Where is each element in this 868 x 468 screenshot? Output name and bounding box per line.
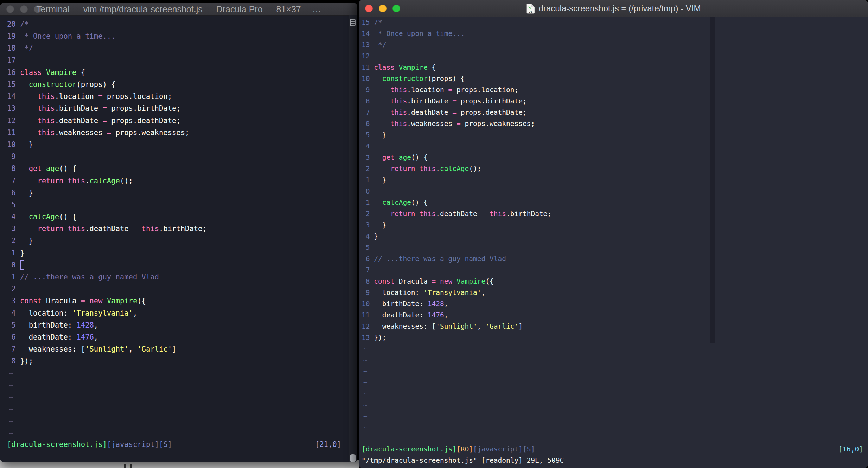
code-line[interactable]: 7: [362, 264, 868, 276]
code-line[interactable]: 14 this.location = props.location;: [7, 90, 348, 102]
line-number: 13: [362, 334, 370, 342]
js-file-icon: JS: [526, 3, 535, 14]
zoom-button[interactable]: [392, 5, 400, 12]
code-line[interactable]: 6 }: [7, 187, 348, 199]
code-line[interactable]: 4: [362, 140, 868, 152]
line-number: 4: [362, 142, 370, 150]
code-line[interactable]: 6 deathDate: 1476,: [7, 331, 348, 343]
macvim-titlebar[interactable]: JS dracula-screenshot.js = (/private/tmp…: [359, 0, 868, 17]
code-line[interactable]: 4 calcAge() {: [7, 211, 348, 223]
code-line[interactable]: 13 */: [362, 39, 868, 50]
empty-line-tilde: ~: [362, 388, 868, 399]
minimize-button[interactable]: [379, 5, 387, 12]
code-line[interactable]: 4}: [362, 230, 868, 242]
code-line[interactable]: 1 calcAge() {: [362, 197, 868, 208]
scrollbar-top-icon[interactable]: [350, 19, 356, 26]
window-controls: [0, 5, 42, 13]
line-number: 13: [362, 41, 370, 49]
empty-line-tilde: ~: [362, 377, 868, 388]
code-line[interactable]: 5: [362, 242, 868, 253]
code-line[interactable]: 11 deathDate: 1476,: [362, 309, 868, 321]
code-line[interactable]: 17: [7, 55, 348, 67]
code-line[interactable]: 6// ...there was a guy named Vlad: [362, 253, 868, 264]
terminal-title: Terminal — vim /tmp/dracula-screenshot.j…: [0, 4, 357, 14]
statusline-file-info: [dracula-screenshot.js][javascript][S]: [7, 440, 172, 449]
macvim-buffer[interactable]: 15/*14 * Once upon a time...13 */1211cla…: [359, 17, 868, 433]
line-number: 0: [362, 187, 370, 195]
scrollbar-bottom-nub[interactable]: [350, 454, 356, 462]
code-line[interactable]: 5: [7, 199, 348, 211]
zoom-button[interactable]: [34, 5, 42, 13]
code-line[interactable]: 3 return this.deathDate - this.birthDate…: [7, 223, 348, 235]
code-line[interactable]: 2: [7, 283, 348, 295]
code-line[interactable]: 8});: [7, 355, 348, 367]
code-line[interactable]: 0: [7, 259, 348, 271]
code-line[interactable]: 6 this.weaknesses = props.weaknesses;: [362, 118, 868, 129]
line-number: 1: [362, 198, 370, 207]
macvim-statusline: [dracula-screenshot.js][RO][javascript][…: [362, 445, 863, 453]
code-line[interactable]: 8 get age() {: [7, 163, 348, 175]
code-line[interactable]: 15 constructor(props) {: [7, 78, 348, 90]
line-number: 14: [7, 92, 16, 101]
code-line[interactable]: 20/*: [7, 18, 348, 30]
line-number: 7: [362, 108, 370, 116]
code-line[interactable]: 9 this.location = props.location;: [362, 84, 868, 95]
line-number: 6: [7, 333, 16, 341]
line-number: 2: [362, 210, 370, 218]
line-number: 8: [7, 357, 16, 365]
code-line[interactable]: 2 }: [7, 235, 348, 247]
code-line[interactable]: 3 get age() {: [362, 152, 868, 163]
code-line[interactable]: 10 }: [7, 139, 348, 151]
terminal-scrollbar[interactable]: [349, 15, 357, 462]
line-number: 20: [7, 20, 16, 29]
terminal-titlebar[interactable]: Terminal — vim /tmp/dracula-screenshot.j…: [0, 3, 357, 16]
code-line[interactable]: 15/*: [362, 17, 868, 28]
empty-line-tilde: ~: [7, 367, 348, 379]
code-line[interactable]: 11class Vampire {: [362, 62, 868, 73]
close-button[interactable]: [6, 5, 14, 13]
code-line[interactable]: 7 weaknesses: ['Sunlight', 'Garlic']: [7, 343, 348, 355]
line-number: 1: [7, 249, 16, 257]
code-line[interactable]: 10 constructor(props) {: [362, 73, 868, 84]
terminal-window: Terminal — vim /tmp/dracula-screenshot.j…: [0, 3, 357, 462]
code-line[interactable]: 13 this.birthDate = props.birthDate;: [7, 102, 348, 114]
code-line[interactable]: 11 this.weaknesses = props.weaknesses;: [7, 127, 348, 139]
background-window-glyph: H: [123, 461, 133, 468]
close-button[interactable]: [365, 5, 373, 12]
line-number: 4: [7, 309, 16, 317]
code-line[interactable]: 0: [362, 185, 868, 197]
code-line[interactable]: 13});: [362, 332, 868, 343]
code-line[interactable]: 19 * Once upon a time...: [7, 30, 348, 42]
empty-line-tilde: ~: [7, 391, 348, 403]
code-line[interactable]: 8const Dracula = new Vampire({: [362, 276, 868, 287]
code-line[interactable]: 8 this.birthDate = props.birthDate;: [362, 95, 868, 107]
code-line[interactable]: 12 weaknesses: ['Sunlight', 'Garlic']: [362, 321, 868, 332]
code-line[interactable]: 16class Vampire {: [7, 67, 348, 78]
code-line[interactable]: 1// ...there was a guy named Vlad: [7, 271, 348, 283]
terminal-vim-buffer[interactable]: 20/*19 * Once upon a time...18 */1716cla…: [0, 18, 348, 439]
code-line[interactable]: 7 return this.calcAge();: [7, 175, 348, 186]
code-line[interactable]: 1}: [7, 247, 348, 259]
code-line[interactable]: 2 return this.deathDate - this.birthDate…: [362, 208, 868, 219]
code-line[interactable]: 14 * Once upon a time...: [362, 28, 868, 39]
code-line[interactable]: 4 location: 'Transylvania',: [7, 307, 348, 319]
code-line[interactable]: 18 */: [7, 42, 348, 54]
code-line[interactable]: 10 birthDate: 1428,: [362, 298, 868, 309]
macvim-window: JS dracula-screenshot.js = (/private/tmp…: [359, 0, 868, 468]
code-line[interactable]: 9 location: 'Transylvania',: [362, 287, 868, 298]
code-line[interactable]: 12 this.deathDate = props.deathDate;: [7, 115, 348, 127]
line-number: 13: [7, 104, 16, 113]
code-line[interactable]: 5 birthDate: 1428,: [7, 319, 348, 331]
code-line[interactable]: 9: [7, 151, 348, 163]
code-line[interactable]: 12: [362, 50, 868, 62]
code-line[interactable]: 7 this.deathDate = props.deathDate;: [362, 107, 868, 118]
code-line[interactable]: 5 }: [362, 129, 868, 140]
line-number: 16: [7, 68, 16, 77]
code-line[interactable]: 1 }: [362, 174, 868, 185]
code-line[interactable]: 3const Dracula = new Vampire({: [7, 295, 348, 307]
minimize-button[interactable]: [20, 5, 28, 13]
macvim-title-group: JS dracula-screenshot.js = (/private/tmp…: [359, 3, 868, 14]
code-line[interactable]: 3 }: [362, 219, 868, 230]
code-line[interactable]: 2 return this.calcAge();: [362, 163, 868, 174]
empty-line-tilde: ~: [362, 411, 868, 422]
